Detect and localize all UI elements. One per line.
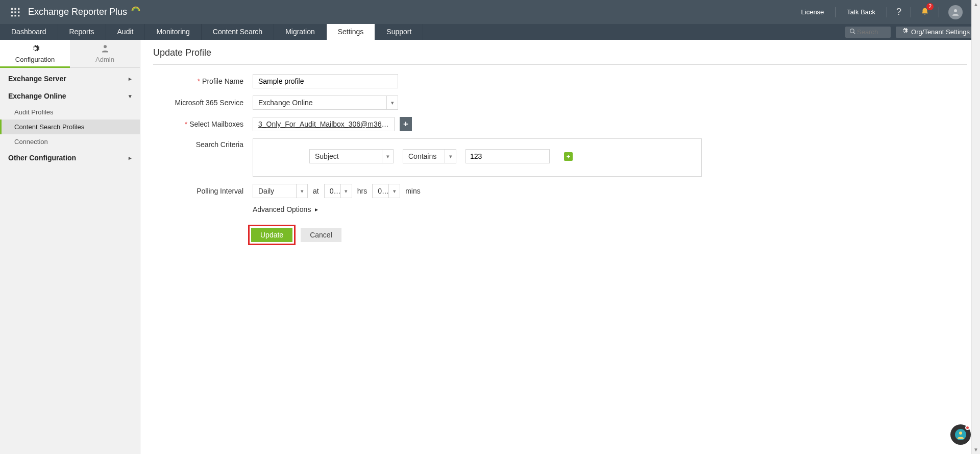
chevron-down-icon: ▾ bbox=[129, 93, 132, 100]
tab-settings[interactable]: Settings bbox=[327, 24, 376, 40]
tab-migration[interactable]: Migration bbox=[274, 24, 327, 40]
hrs-label: hrs bbox=[357, 187, 367, 195]
menu-item-content-search-profiles[interactable]: Content Search Profiles bbox=[0, 120, 140, 134]
admin-icon bbox=[101, 44, 110, 56]
user-menu[interactable] bbox=[948, 5, 963, 19]
svg-rect-4 bbox=[14, 11, 16, 13]
gear-icon bbox=[901, 27, 908, 38]
chevron-right-icon: ▸ bbox=[315, 206, 318, 213]
top-right-controls: License Talk Back ? 2 ▾ bbox=[799, 5, 975, 19]
brand-name-b: Plus bbox=[109, 7, 127, 17]
main-navigation: Dashboard Reports Audit Monitoring Conte… bbox=[0, 24, 980, 40]
svg-point-10 bbox=[850, 29, 854, 33]
svg-line-11 bbox=[853, 32, 855, 34]
menu-group-other-configuration[interactable]: Other Configuration ▸ bbox=[0, 149, 140, 166]
notifications-button[interactable]: 2 bbox=[920, 6, 929, 18]
polling-interval-select[interactable]: Daily ▾ bbox=[253, 184, 308, 198]
tab-dashboard[interactable]: Dashboard bbox=[0, 24, 58, 40]
menu-item-connection[interactable]: Connection bbox=[0, 134, 140, 149]
license-link[interactable]: License bbox=[799, 8, 826, 16]
profile-name-label: Profile Name bbox=[153, 77, 253, 85]
side-tab-configuration[interactable]: Configuration bbox=[0, 40, 70, 67]
chevron-down-icon: ▾ bbox=[296, 184, 307, 198]
brand-name-a: Exchange Reporter bbox=[28, 7, 107, 17]
tab-audit[interactable]: Audit bbox=[106, 24, 145, 40]
main-content: Update Profile Profile Name Microsoft 36… bbox=[140, 40, 980, 454]
select-mailboxes-label: Select Mailboxes bbox=[153, 120, 253, 128]
chevron-down-icon: ▾ bbox=[388, 184, 400, 198]
apps-grid-icon[interactable] bbox=[10, 7, 20, 17]
update-button[interactable]: Update bbox=[251, 228, 292, 242]
help-icon[interactable]: ? bbox=[896, 7, 901, 17]
chevron-down-icon: ▾ bbox=[382, 150, 393, 163]
tab-monitoring[interactable]: Monitoring bbox=[145, 24, 201, 40]
tab-content-search[interactable]: Content Search bbox=[202, 24, 274, 40]
brand-swirl-icon bbox=[130, 5, 141, 19]
chevron-down-icon: ▾ bbox=[340, 184, 352, 198]
select-value: 00 bbox=[373, 187, 388, 195]
menu-group-exchange-server[interactable]: Exchange Server ▸ bbox=[0, 70, 140, 87]
polling-hours-select[interactable]: 00 ▾ bbox=[324, 184, 352, 198]
scroll-up-icon[interactable]: ▲ bbox=[972, 0, 980, 9]
separator bbox=[835, 7, 836, 17]
m365-service-select[interactable]: Exchange Online ▾ bbox=[253, 95, 398, 110]
add-mailbox-button[interactable]: + bbox=[400, 117, 412, 131]
separator bbox=[911, 7, 911, 17]
separator bbox=[939, 7, 939, 17]
select-value: Daily bbox=[253, 187, 296, 195]
select-value: Subject bbox=[310, 152, 382, 160]
side-tab-label: Admin bbox=[95, 56, 114, 63]
talkback-link[interactable]: Talk Back bbox=[845, 8, 877, 16]
select-value: Contains bbox=[403, 152, 445, 160]
criteria-operator-select[interactable]: Contains ▾ bbox=[403, 149, 456, 163]
global-search[interactable] bbox=[845, 27, 891, 38]
menu-item-audit-profiles[interactable]: Audit Profiles bbox=[0, 105, 140, 120]
svg-rect-8 bbox=[18, 15, 19, 16]
mailboxes-select[interactable]: 3_Only_For_Audit_Mailbox_306@m365q… bbox=[253, 117, 395, 131]
org-tenant-label: Org/Tenant Settings bbox=[911, 27, 970, 38]
menu-group-label: Other Configuration bbox=[8, 154, 76, 162]
svg-point-12 bbox=[104, 45, 107, 48]
update-button-highlight: Update bbox=[248, 225, 296, 245]
svg-rect-2 bbox=[18, 8, 19, 9]
at-label: at bbox=[313, 187, 319, 195]
side-tab-label: Configuration bbox=[15, 56, 55, 63]
brand-logo[interactable]: Exchange Reporter Plus bbox=[28, 5, 141, 19]
advanced-options-toggle[interactable]: Advanced Options ▸ bbox=[253, 205, 967, 213]
side-tab-admin[interactable]: Admin bbox=[70, 40, 140, 67]
svg-rect-0 bbox=[11, 8, 13, 9]
svg-point-14 bbox=[959, 432, 962, 435]
cancel-button[interactable]: Cancel bbox=[301, 228, 341, 242]
advanced-options-label: Advanced Options bbox=[253, 205, 311, 213]
svg-point-9 bbox=[954, 9, 957, 12]
tab-support[interactable]: Support bbox=[375, 24, 423, 40]
chat-widget[interactable] bbox=[950, 424, 971, 445]
org-tenant-settings-button[interactable]: Org/Tenant Settings bbox=[896, 27, 975, 38]
svg-rect-1 bbox=[14, 8, 16, 9]
menu-group-label: Exchange Server bbox=[8, 75, 66, 83]
profile-name-input[interactable] bbox=[253, 74, 398, 88]
svg-rect-3 bbox=[11, 11, 13, 13]
select-value: 00 bbox=[325, 187, 340, 195]
search-input[interactable] bbox=[856, 28, 887, 36]
separator bbox=[887, 7, 887, 17]
select-value: Exchange Online bbox=[253, 99, 386, 107]
svg-rect-5 bbox=[18, 11, 19, 13]
polling-mins-select[interactable]: 00 ▾ bbox=[372, 184, 400, 198]
criteria-field-select[interactable]: Subject ▾ bbox=[309, 149, 394, 163]
chevron-right-icon: ▸ bbox=[129, 155, 132, 161]
svg-rect-7 bbox=[14, 15, 16, 16]
search-criteria-box: Subject ▾ Contains ▾ + bbox=[253, 138, 702, 177]
page-title: Update Profile bbox=[153, 47, 967, 65]
top-header: Exchange Reporter Plus License Talk Back… bbox=[0, 0, 980, 24]
select-value: 3_Only_For_Audit_Mailbox_306@m365q… bbox=[253, 120, 394, 128]
svg-rect-6 bbox=[11, 15, 13, 16]
menu-group-label: Exchange Online bbox=[8, 92, 66, 100]
tab-reports[interactable]: Reports bbox=[58, 24, 106, 40]
menu-group-exchange-online[interactable]: Exchange Online ▾ bbox=[0, 87, 140, 105]
gear-icon bbox=[31, 44, 40, 56]
m365-service-label: Microsoft 365 Service bbox=[153, 99, 253, 107]
add-criteria-button[interactable]: + bbox=[564, 152, 573, 161]
chevron-down-icon: ▾ bbox=[386, 96, 398, 109]
criteria-value-input[interactable] bbox=[465, 149, 550, 163]
